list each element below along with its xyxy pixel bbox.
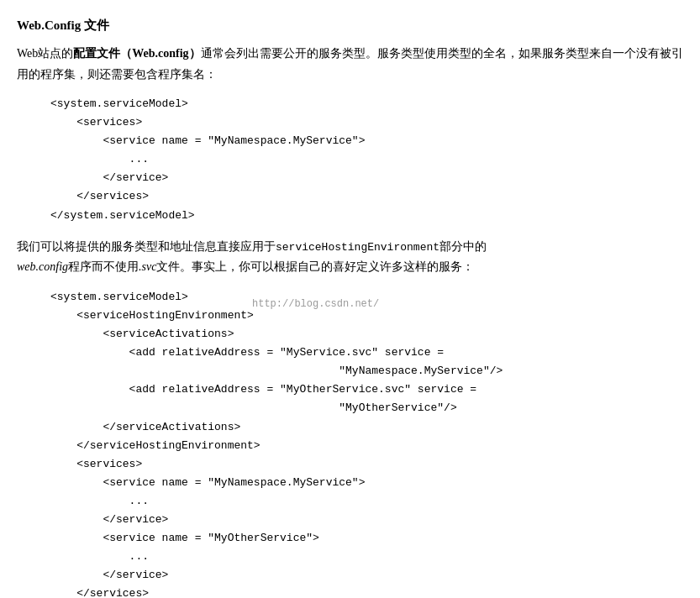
para2-italic-code: web.config — [17, 260, 68, 273]
paragraph-1: Web站点的配置文件（Web.config）通常会列出需要公开的服务类型。服务类… — [17, 44, 683, 85]
watermark: http://blog.csdn.net/ — [252, 296, 379, 312]
para2-inline-code: serviceHostingEnvironment — [276, 241, 439, 254]
code-block-2-wrapper: http://blog.csdn.net/ <system.serviceMod… — [17, 288, 683, 598]
para1-bold: 配置文件（Web.config） — [73, 47, 200, 60]
page-title: Web.Config 文件 — [17, 15, 683, 35]
para2-text-after-italic: 程序而不使用 — [68, 260, 139, 273]
para2-text-before-code: 我们可以将提供的服务类型和地址信息直接应用于 — [17, 240, 276, 253]
code-block-2: <system.serviceModel> <serviceHostingEnv… — [50, 288, 683, 598]
para1-text-before-bold: Web站点的 — [17, 47, 73, 60]
code-block-1: <system.serviceModel> <services> <servic… — [50, 95, 683, 225]
para2-text-end: 文件。事实上，你可以根据自己的喜好定义许多这样的服务： — [156, 260, 474, 273]
para2-text-middle: 部分中的 — [439, 240, 487, 253]
paragraph-2: 我们可以将提供的服务类型和地址信息直接应用于serviceHostingEnvi… — [17, 237, 683, 278]
para2-italic-code2: .svc — [139, 260, 156, 273]
